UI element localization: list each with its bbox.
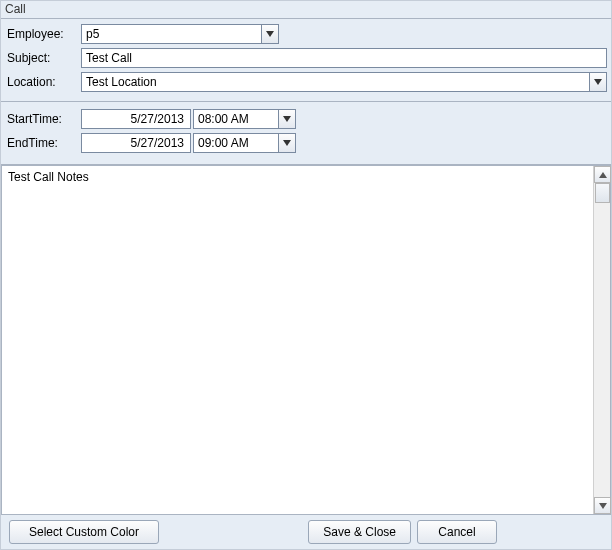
- employee-row: Employee:: [5, 23, 607, 45]
- employee-combo[interactable]: [81, 24, 279, 44]
- start-date-input[interactable]: [81, 109, 191, 129]
- employee-label: Employee:: [5, 27, 81, 41]
- start-time-combo[interactable]: [193, 109, 296, 129]
- notes-scrollbar[interactable]: [593, 166, 610, 514]
- chevron-down-icon: [283, 116, 291, 122]
- location-dropdown-button[interactable]: [589, 72, 607, 92]
- call-dialog: Call Employee: Subject: Location:: [0, 0, 612, 550]
- start-time-row: StartTime:: [5, 108, 607, 130]
- save-and-close-button[interactable]: Save & Close: [308, 520, 411, 544]
- end-date-input[interactable]: [81, 133, 191, 153]
- location-input[interactable]: [81, 72, 589, 92]
- chevron-down-icon: [283, 140, 291, 146]
- start-time-input[interactable]: [193, 109, 278, 129]
- end-time-combo[interactable]: [193, 133, 296, 153]
- chevron-up-icon: [599, 172, 607, 178]
- employee-input[interactable]: [81, 24, 261, 44]
- end-time-label: EndTime:: [5, 136, 81, 150]
- start-time-dropdown-button[interactable]: [278, 109, 296, 129]
- subject-input[interactable]: [81, 48, 607, 68]
- location-label: Location:: [5, 75, 81, 89]
- notes-area: [1, 165, 611, 515]
- end-time-row: EndTime:: [5, 132, 607, 154]
- notes-textarea[interactable]: [2, 166, 593, 514]
- time-section: StartTime: EndTime:: [1, 102, 611, 165]
- cancel-button[interactable]: Cancel: [417, 520, 497, 544]
- end-time-input[interactable]: [193, 133, 278, 153]
- scroll-down-button[interactable]: [594, 497, 611, 514]
- form-section: Employee: Subject: Location:: [1, 19, 611, 102]
- subject-label: Subject:: [5, 51, 81, 65]
- employee-dropdown-button[interactable]: [261, 24, 279, 44]
- chevron-down-icon: [599, 503, 607, 509]
- location-row: Location:: [5, 71, 607, 93]
- end-time-dropdown-button[interactable]: [278, 133, 296, 153]
- scroll-thumb[interactable]: [595, 183, 610, 203]
- chevron-down-icon: [594, 79, 602, 85]
- subject-row: Subject:: [5, 47, 607, 69]
- window-title: Call: [1, 1, 611, 19]
- start-time-label: StartTime:: [5, 112, 81, 126]
- select-custom-color-button[interactable]: Select Custom Color: [9, 520, 159, 544]
- location-combo[interactable]: [81, 72, 607, 92]
- chevron-down-icon: [266, 31, 274, 37]
- scroll-up-button[interactable]: [594, 166, 611, 183]
- button-bar: Select Custom Color Save & Close Cancel: [1, 515, 611, 549]
